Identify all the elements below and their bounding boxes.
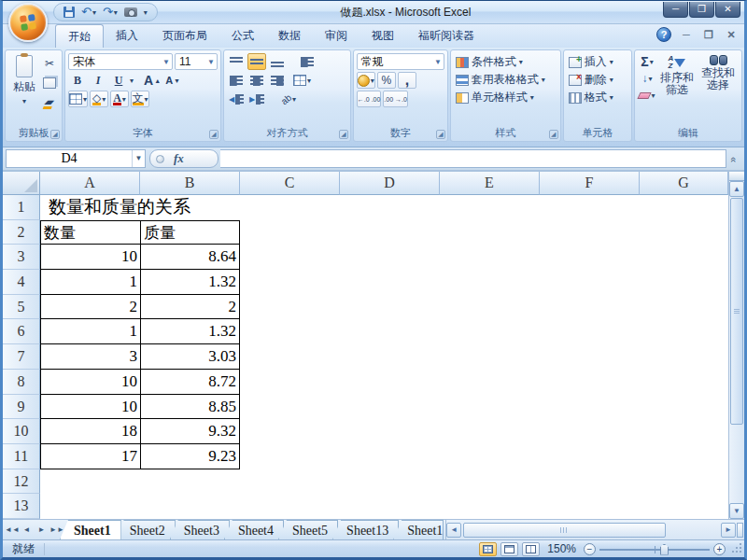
name-box[interactable]: D4 ▼ [6,149,146,168]
zoom-out-button[interactable]: − [584,543,596,555]
cell-C5[interactable] [240,295,340,320]
cell-E13[interactable] [440,494,540,519]
sheet-tab-3-Sheet3[interactable]: Sheet3 [170,520,230,539]
normal-view-button[interactable] [479,542,497,556]
cell-A2[interactable]: 数量 [40,220,140,245]
cell-D5[interactable] [340,295,440,320]
cell-F13[interactable] [540,494,640,519]
copy-button[interactable] [40,75,59,91]
cell-E11[interactable] [440,444,540,469]
chevron-down-icon[interactable]: ▼ [132,150,145,167]
zoom-level-label[interactable]: 150% [547,542,576,555]
row-header-1[interactable]: 1 [3,195,40,220]
horizontal-scroll-track[interactable] [461,523,721,538]
cell-F8[interactable] [540,370,640,395]
cell-B11[interactable]: 9.23 [140,444,240,469]
sheet-tab-5-Sheet5[interactable]: Sheet5 [278,520,338,539]
font-dialog-launcher[interactable]: ◢ [209,130,218,139]
ribbon-tab-8[interactable]: 福昕阅读器 [406,24,486,48]
resize-grip[interactable] [731,543,742,554]
split-handle[interactable] [729,172,744,181]
row-header-13[interactable]: 13 [3,494,40,519]
fill-color-button[interactable]: ◇▾ [90,91,108,107]
font-size-combo[interactable]: 11▼ [175,53,218,70]
page-layout-view-button[interactable] [500,542,518,556]
cell-F1[interactable] [540,195,640,220]
cell-C1[interactable] [240,195,340,220]
grow-font-button[interactable]: A▲ [143,72,162,89]
row-header-8[interactable]: 8 [3,370,40,395]
delete-cells-button[interactable]: 删除▾ [567,71,628,89]
cell-E12[interactable] [440,469,540,495]
comma-style-button[interactable]: , [398,72,416,89]
next-sheet-button[interactable]: ► [35,523,49,538]
align-middle-button[interactable] [247,53,266,70]
number-dialog-launcher[interactable]: ◢ [436,130,445,139]
merge-center-button[interactable]: ▾ [292,72,312,89]
column-header-C[interactable]: C [240,172,340,195]
cell-B4[interactable]: 1.32 [140,270,240,295]
font-name-combo[interactable]: 宋体▼ [68,53,173,70]
ribbon-tab-5[interactable]: 数据 [266,24,313,48]
insert-cells-button[interactable]: 插入▾ [567,53,628,71]
cell-C3[interactable] [240,245,340,270]
cell-C10[interactable] [240,419,340,444]
bold-button[interactable]: B [68,72,87,89]
zoom-slider[interactable] [599,543,710,555]
row-header-2[interactable]: 2 [3,220,40,245]
zoom-slider-thumb[interactable] [660,544,669,555]
expand-formula-bar-button[interactable]: « [726,149,741,168]
cell-A11[interactable]: 17 [40,444,140,469]
cell-D1[interactable] [340,195,440,220]
cell-B13[interactable] [140,494,240,519]
cell-A13[interactable] [40,494,140,519]
cell-F11[interactable] [540,444,640,469]
sort-filter-button[interactable]: AZ 排序和筛选 [656,53,698,103]
redo-button[interactable]: ↷▾ [101,6,120,19]
cell-A3[interactable]: 10 [40,245,140,270]
cell-E3[interactable] [440,245,540,270]
prev-sheet-button[interactable]: ◄ [20,523,34,538]
align-bottom-button[interactable] [268,53,287,70]
workbook-minimize-button[interactable]: ─ [679,29,694,40]
cell-C9[interactable] [240,395,340,420]
cell-C6[interactable] [240,319,340,344]
alignment-dialog-launcher[interactable]: ◢ [339,130,348,139]
cell-A6[interactable]: 1 [40,319,140,344]
column-header-D[interactable]: D [340,172,440,195]
cell-E5[interactable] [440,295,540,320]
column-header-B[interactable]: B [140,172,240,195]
cell-E8[interactable] [440,370,540,395]
cell-F9[interactable] [540,395,640,420]
cell-C12[interactable] [240,469,340,495]
cell-A4[interactable]: 1 [40,270,140,295]
wrap-text-button[interactable] [298,53,317,70]
cell-D8[interactable] [340,370,440,395]
row-header-7[interactable]: 7 [3,344,40,370]
cell-C2[interactable] [240,220,340,245]
cell-C4[interactable] [240,270,340,295]
cell-E7[interactable] [440,344,540,370]
format-cells-button[interactable]: 格式▾ [567,89,628,106]
cell-B10[interactable]: 9.32 [140,419,240,444]
vertical-scroll-thumb[interactable] [730,198,743,425]
format-painter-button[interactable]: ▰ [40,94,59,111]
ribbon-tab-2[interactable]: 插入 [104,24,150,48]
italic-button[interactable]: I [89,72,107,89]
office-button[interactable] [8,3,48,42]
customize-qat-button[interactable]: ▾ [142,7,149,18]
cell-D9[interactable] [340,395,440,420]
format-as-table-button[interactable]: 套用表格格式▾ [454,71,557,89]
formula-input[interactable] [220,149,726,168]
column-header-E[interactable]: E [440,172,540,195]
cell-D10[interactable] [340,419,440,444]
number-format-combo[interactable]: 常规▼ [357,53,444,70]
cell-B8[interactable]: 8.72 [140,370,240,395]
borders-button[interactable]: ▾ [68,91,88,107]
cell-D11[interactable] [340,444,440,469]
sheet-tab-6-Sheet13[interactable]: Sheet13 [332,520,399,539]
row-header-4[interactable]: 4 [3,270,40,295]
shrink-font-button[interactable]: A▼ [163,72,182,89]
increase-indent-button[interactable]: ▶ [247,91,266,107]
clear-button[interactable]: ▾ [638,88,656,103]
